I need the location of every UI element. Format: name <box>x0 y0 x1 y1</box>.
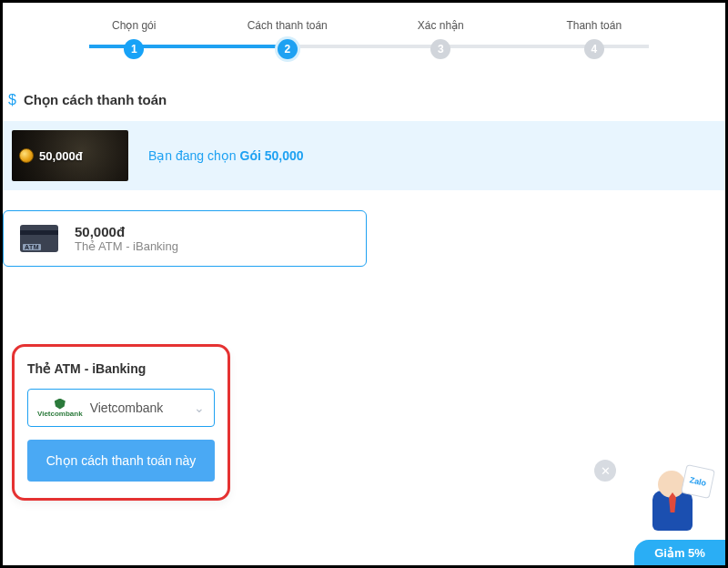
package-desc-name: Gói 50,000 <box>240 148 304 163</box>
step-2[interactable]: Cách thanh toán 2 <box>211 19 365 59</box>
bank-panel-title: Thẻ ATM - iBanking <box>27 361 215 376</box>
selected-package-banner: 50,000đ Bạn đang chọn Gói 50,000 <box>3 121 725 190</box>
payment-method: Thẻ ATM - iBanking <box>75 239 178 253</box>
step-label: Cách thanh toán <box>248 19 328 32</box>
currency-icon: $ <box>8 92 16 108</box>
checkout-stepper: Chọn gói 1 Cách thanh toán 2 Xác nhận 3 … <box>3 3 725 66</box>
package-description: Bạn đang chọn Gói 50,000 <box>148 148 304 163</box>
bank-selected-name: Vietcombank <box>90 401 187 415</box>
section-title-text: Chọn cách thanh toán <box>24 92 167 108</box>
section-heading: $ Chọn cách thanh toán <box>3 66 725 121</box>
step-4: Thanh toán 4 <box>518 19 672 59</box>
step-circle: 2 <box>278 39 298 59</box>
step-circle: 4 <box>584 39 604 59</box>
chevron-down-icon: ⌄ <box>194 401 205 415</box>
step-label: Chọn gói <box>112 19 156 32</box>
package-desc-prefix: Bạn đang chọn <box>148 148 240 163</box>
close-icon[interactable]: ✕ <box>594 460 616 482</box>
step-circle: 1 <box>124 39 144 59</box>
payment-option-atm[interactable]: 50,000đ Thẻ ATM - iBanking <box>3 210 367 267</box>
atm-card-icon <box>20 225 58 252</box>
package-price: 50,000đ <box>39 149 83 163</box>
payment-option-text: 50,000đ Thẻ ATM - iBanking <box>75 224 178 253</box>
payment-options: 50,000đ Thẻ ATM - iBanking <box>3 190 725 267</box>
promo-mascot[interactable]: Zalo <box>647 467 711 540</box>
package-thumbnail: 50,000đ <box>12 130 128 181</box>
step-1[interactable]: Chọn gói 1 <box>57 19 211 59</box>
coin-icon <box>19 148 34 163</box>
step-label: Xác nhận <box>418 19 464 32</box>
discount-badge[interactable]: Giảm 5% <box>634 540 725 565</box>
confirm-payment-button[interactable]: Chọn cách thanh toán này <box>27 440 215 482</box>
bank-logo-icon: Vietcombank <box>37 399 83 418</box>
bank-select[interactable]: Vietcombank Vietcombank ⌄ <box>27 389 215 427</box>
promo-card-icon: Zalo <box>681 464 715 499</box>
payment-amount: 50,000đ <box>75 224 178 239</box>
step-3: Xác nhận 3 <box>364 19 518 59</box>
bank-select-panel: Thẻ ATM - iBanking Vietcombank Vietcomba… <box>12 344 230 501</box>
step-label: Thanh toán <box>566 19 622 32</box>
step-circle: 3 <box>430 39 450 59</box>
